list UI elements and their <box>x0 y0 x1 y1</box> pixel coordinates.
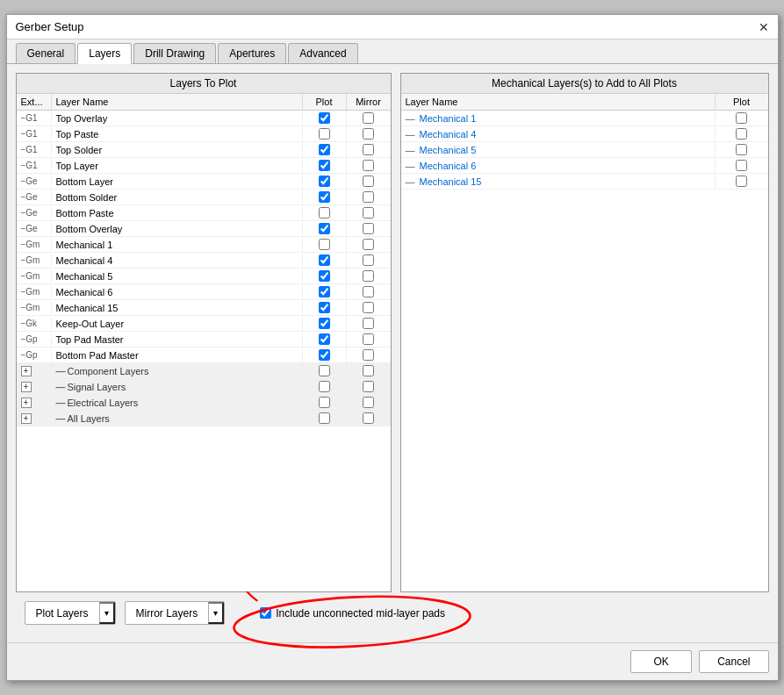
ok-button[interactable]: OK <box>630 650 692 673</box>
mirror-checkbox[interactable] <box>363 144 374 155</box>
expand-icon[interactable]: + <box>21 413 32 424</box>
cell-expand[interactable]: + <box>17 411 52 426</box>
cell-group-mirror[interactable] <box>347 411 391 426</box>
cell-right-plot[interactable] <box>716 158 768 173</box>
plot-checkbox[interactable] <box>319 112 330 124</box>
expand-icon[interactable]: + <box>21 366 32 376</box>
cell-plot[interactable] <box>303 253 347 268</box>
cell-mirror[interactable] <box>347 142 391 157</box>
cell-plot[interactable] <box>303 316 347 331</box>
tab-advanced[interactable]: Advanced <box>288 43 357 63</box>
group-row[interactable]: + —All Layers <box>17 411 391 426</box>
plot-layers-arrow[interactable]: ▾ <box>99 602 115 624</box>
cell-group-plot[interactable] <box>303 395 347 410</box>
plot-checkbox[interactable] <box>319 254 330 266</box>
cell-plot[interactable] <box>303 284 347 299</box>
group-plot-checkbox[interactable] <box>319 365 330 376</box>
cell-plot[interactable] <box>303 269 347 283</box>
tab-drill-drawing[interactable]: Drill Drawing <box>133 43 216 63</box>
right-plot-checkbox[interactable] <box>736 128 747 140</box>
cell-mirror[interactable] <box>347 332 391 347</box>
plot-layers-button[interactable]: Plot Layers <box>25 602 99 624</box>
cell-mirror[interactable] <box>347 253 391 268</box>
cell-plot[interactable] <box>303 237 347 252</box>
plot-layers-dropdown[interactable]: Plot Layers ▾ <box>25 601 116 625</box>
plot-checkbox[interactable] <box>319 144 330 155</box>
cell-mirror[interactable] <box>347 316 391 331</box>
plot-checkbox[interactable] <box>319 333 330 345</box>
tab-layers[interactable]: Layers <box>77 43 132 64</box>
mirror-checkbox[interactable] <box>363 286 374 297</box>
cell-group-plot[interactable] <box>303 379 347 394</box>
cell-expand[interactable]: + <box>17 363 52 378</box>
tab-general[interactable]: General <box>16 43 76 63</box>
cell-mirror[interactable] <box>347 190 391 204</box>
group-mirror-checkbox[interactable] <box>363 397 374 408</box>
cell-mirror[interactable] <box>347 221 391 236</box>
cell-group-plot[interactable] <box>303 363 347 378</box>
cell-right-plot[interactable] <box>716 142 768 157</box>
cell-mirror[interactable] <box>347 269 391 283</box>
cell-plot[interactable] <box>303 126 347 141</box>
cell-plot[interactable] <box>303 190 347 204</box>
cell-mirror[interactable] <box>347 348 391 362</box>
plot-checkbox[interactable] <box>319 128 330 140</box>
mirror-checkbox[interactable] <box>363 112 374 124</box>
mirror-checkbox[interactable] <box>363 302 374 313</box>
plot-checkbox[interactable] <box>319 286 330 297</box>
mirror-checkbox[interactable] <box>363 160 374 171</box>
tab-apertures[interactable]: Apertures <box>218 43 286 63</box>
expand-icon[interactable]: + <box>21 382 32 392</box>
mirror-layers-arrow[interactable]: ▾ <box>208 602 224 624</box>
group-mirror-checkbox[interactable] <box>363 412 374 424</box>
cell-mirror[interactable] <box>347 126 391 141</box>
mirror-checkbox[interactable] <box>363 333 374 345</box>
cell-plot[interactable] <box>303 174 347 189</box>
group-plot-checkbox[interactable] <box>319 397 330 408</box>
plot-checkbox[interactable] <box>319 176 330 187</box>
mirror-checkbox[interactable] <box>363 270 374 282</box>
cell-mirror[interactable] <box>347 111 391 125</box>
cell-plot[interactable] <box>303 300 347 315</box>
mirror-checkbox[interactable] <box>363 207 374 219</box>
cell-group-mirror[interactable] <box>347 363 391 378</box>
expand-icon[interactable]: + <box>21 398 32 408</box>
cell-plot[interactable] <box>303 332 347 347</box>
group-mirror-checkbox[interactable] <box>363 365 374 376</box>
plot-checkbox[interactable] <box>319 191 330 203</box>
cell-plot[interactable] <box>303 111 347 125</box>
mirror-checkbox[interactable] <box>363 176 374 187</box>
cancel-button[interactable]: Cancel <box>699 650 768 673</box>
close-button[interactable]: ✕ <box>759 21 769 33</box>
cell-group-plot[interactable] <box>303 411 347 426</box>
right-plot-checkbox[interactable] <box>736 112 747 124</box>
group-row[interactable]: + —Component Layers <box>17 363 391 379</box>
cell-mirror[interactable] <box>347 205 391 220</box>
group-row[interactable]: + —Signal Layers <box>17 379 391 395</box>
cell-plot[interactable] <box>303 348 347 362</box>
cell-mirror[interactable] <box>347 284 391 299</box>
mirror-checkbox[interactable] <box>363 128 374 140</box>
cell-mirror[interactable] <box>347 237 391 252</box>
cell-plot[interactable] <box>303 158 347 173</box>
cell-right-plot[interactable] <box>716 111 768 125</box>
plot-checkbox[interactable] <box>319 270 330 282</box>
group-plot-checkbox[interactable] <box>319 412 330 424</box>
cell-right-plot[interactable] <box>716 174 768 189</box>
cell-mirror[interactable] <box>347 174 391 189</box>
cell-plot[interactable] <box>303 221 347 236</box>
mirror-checkbox[interactable] <box>363 239 374 250</box>
mirror-checkbox[interactable] <box>363 254 374 266</box>
plot-checkbox[interactable] <box>319 302 330 313</box>
right-plot-checkbox[interactable] <box>736 144 747 155</box>
right-plot-checkbox[interactable] <box>736 176 747 187</box>
right-plot-checkbox[interactable] <box>736 160 747 171</box>
cell-expand[interactable]: + <box>17 379 52 394</box>
mirror-checkbox[interactable] <box>363 349 374 361</box>
plot-checkbox[interactable] <box>319 207 330 219</box>
mirror-checkbox[interactable] <box>363 223 374 234</box>
group-row[interactable]: + —Electrical Layers <box>17 395 391 411</box>
cell-mirror[interactable] <box>347 158 391 173</box>
cell-expand[interactable]: + <box>17 395 52 410</box>
mirror-layers-dropdown[interactable]: Mirror Layers ▾ <box>125 601 226 625</box>
